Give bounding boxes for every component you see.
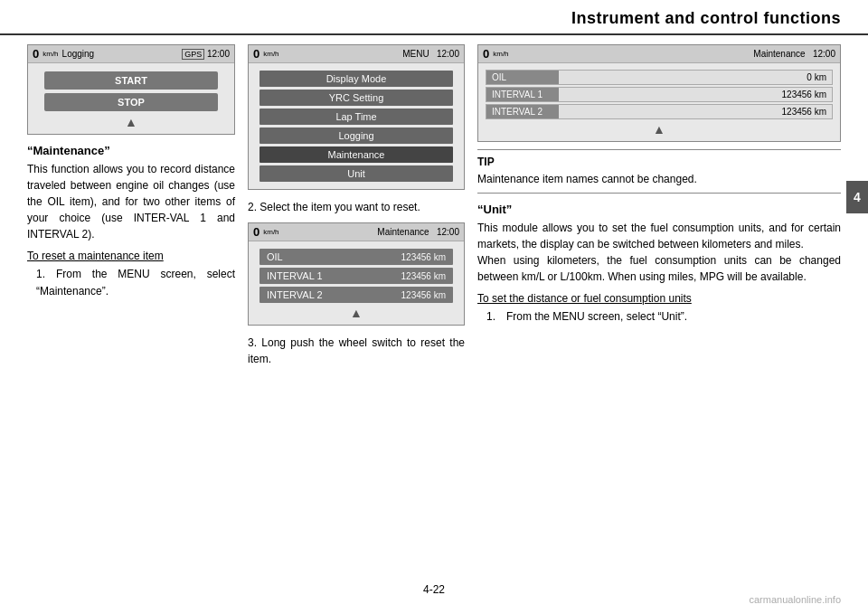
menu-item-5: Unit (259, 165, 453, 182)
screen3-label: Maintenance (377, 227, 429, 237)
menu-item-2: Lap Time (259, 109, 453, 125)
tip-text: Maintenance item names cannot be changed… (477, 171, 841, 187)
screen-label: Logging (62, 49, 95, 59)
maint-val-2: 123456 km (401, 290, 446, 300)
screen-time: 12:00 (207, 49, 230, 59)
screen3-header-left: 0 km/h (253, 225, 279, 239)
screen4-val-1: 123456 km (559, 88, 832, 101)
maintenance-body: This function allows you to record dista… (27, 161, 235, 242)
watermark: carmanualonline.info (749, 594, 841, 605)
screen-menu-header-left: 0 km/h (253, 47, 279, 61)
step2-text: 2. Select the item you want to reset. (248, 199, 465, 215)
screen3-header-right: Maintenance 12:00 (377, 227, 459, 237)
screen4-header-left: 0 km/h (483, 47, 509, 61)
menu-item-1: YRC Setting (259, 90, 453, 106)
screen4-header-right: Maintenance 12:00 (753, 49, 835, 59)
screen3-header: 0 km/h Maintenance 12:00 (249, 223, 464, 241)
screen4-header: 0 km/h Maintenance 12:00 (478, 45, 840, 63)
screen-logging-header: 0 km/h Logging GPS 12:00 (28, 45, 234, 63)
screen-maintenance-select: 0 km/h Maintenance 12:00 OIL 123456 km I… (248, 222, 465, 326)
maint-row-1: INTERVAL 1 123456 km (259, 268, 453, 284)
maint-label-0: OIL (267, 251, 283, 262)
screen4-time: 12:00 (813, 49, 835, 59)
maint-row-0: OIL 123456 km (259, 249, 453, 265)
screen4-body: OIL 0 km INTERVAL 1 123456 km INTERVAL 2… (478, 63, 840, 141)
menu-label: MENU (402, 49, 429, 59)
distance-step-1: 1. From the MENU screen, select “Unit”. (486, 308, 841, 326)
col-left: 0 km/h Logging GPS 12:00 START STOP ▲ “M… (27, 44, 235, 374)
screen-top-right: GPS 12:00 (182, 49, 230, 59)
up-arrow-icon: ▲ (35, 115, 227, 129)
maint-row-2: INTERVAL 2 123456 km (259, 287, 453, 303)
start-btn: START (44, 71, 218, 90)
menu-time: 12:00 (437, 49, 459, 59)
menu-item-0: Display Mode (259, 71, 453, 87)
screen3-arrow: ▲ (256, 306, 457, 320)
screen3-body: OIL 123456 km INTERVAL 1 123456 km INTER… (249, 241, 464, 325)
screen-logging-body: START STOP ▲ (28, 63, 234, 134)
unit-body: This module allows you to set the fuel c… (477, 220, 841, 285)
screen-menu: 0 km/h MENU 12:00 Display Mode YRC Setti… (248, 44, 465, 190)
step3-text: 3. Long push the wheel switch to reset t… (248, 335, 465, 367)
tip-box: TIP Maintenance item names cannot be cha… (477, 149, 841, 194)
screen4-row-2: INTERVAL 2 123456 km (486, 104, 833, 119)
tip-label: TIP (477, 156, 841, 168)
speed-unit: km/h (42, 50, 58, 58)
screen3-speed: 0 (253, 225, 259, 239)
speed-display: 0 (33, 47, 39, 61)
screen4-speed: 0 (483, 47, 489, 61)
screen-logging-header-left: 0 km/h Logging (33, 47, 94, 61)
distance-steps: 1. From the MENU screen, select “Unit”. (477, 308, 841, 326)
screen4-speed-unit: km/h (493, 50, 508, 58)
screen4-row-1: INTERVAL 1 123456 km (486, 87, 833, 102)
screen4-label: Maintenance (753, 49, 805, 59)
page-title: Instrument and control functions (571, 9, 841, 28)
maint-val-1: 123456 km (401, 271, 446, 281)
maint-label-2: INTERVAL 2 (267, 289, 323, 300)
screen-maintenance-top: 0 km/h Maintenance 12:00 OIL 0 km INTERV… (477, 44, 841, 142)
screen-menu-header: 0 km/h MENU 12:00 (249, 45, 464, 63)
maint-label-1: INTERVAL 1 (267, 270, 323, 281)
screen4-row-0: OIL 0 km (486, 70, 833, 85)
screen4-arrow: ▲ (486, 122, 833, 137)
maintenance-title: “Maintenance” (27, 144, 235, 157)
screen3-speed-unit: km/h (263, 228, 278, 236)
screen4-label-0: OIL (486, 71, 559, 84)
gps-icon: GPS (182, 49, 204, 60)
page-number: 4-22 (423, 583, 445, 596)
maint-val-0: 123456 km (401, 252, 446, 262)
screen3-time: 12:00 (437, 227, 459, 237)
screen4-val-2: 123456 km (559, 105, 832, 118)
screen4-label-2: INTERVAL 2 (486, 105, 559, 118)
distance-title: To set the distance or fuel consumption … (477, 292, 841, 305)
reset-steps: 1. From the MENU screen, select “Mainten… (27, 266, 235, 300)
stop-btn: STOP (44, 93, 218, 111)
menu-speed: 0 (253, 47, 259, 61)
screen-logging: 0 km/h Logging GPS 12:00 START STOP ▲ (27, 44, 235, 135)
screen4-val-0: 0 km (559, 71, 832, 84)
screen-menu-body: Display Mode YRC Setting Lap Time Loggin… (249, 63, 464, 189)
reset-step-1: 1. From the MENU screen, select “Mainten… (36, 266, 235, 300)
content-area: 0 km/h Logging GPS 12:00 START STOP ▲ “M… (0, 44, 868, 374)
menu-item-4: Maintenance (259, 146, 453, 163)
menu-item-3: Logging (259, 128, 453, 144)
col-middle: 0 km/h MENU 12:00 Display Mode YRC Setti… (248, 44, 465, 374)
col-right: 0 km/h Maintenance 12:00 OIL 0 km INTERV… (477, 44, 841, 374)
menu-header-right: MENU 12:00 (402, 49, 459, 59)
screen4-label-1: INTERVAL 1 (486, 88, 559, 101)
page-header: Instrument and control functions (0, 0, 868, 35)
menu-speed-unit: km/h (263, 50, 278, 58)
reset-title: To reset a maintenance item (27, 250, 235, 262)
chapter-tab: 4 (846, 181, 868, 213)
unit-title: “Unit” (477, 203, 841, 216)
